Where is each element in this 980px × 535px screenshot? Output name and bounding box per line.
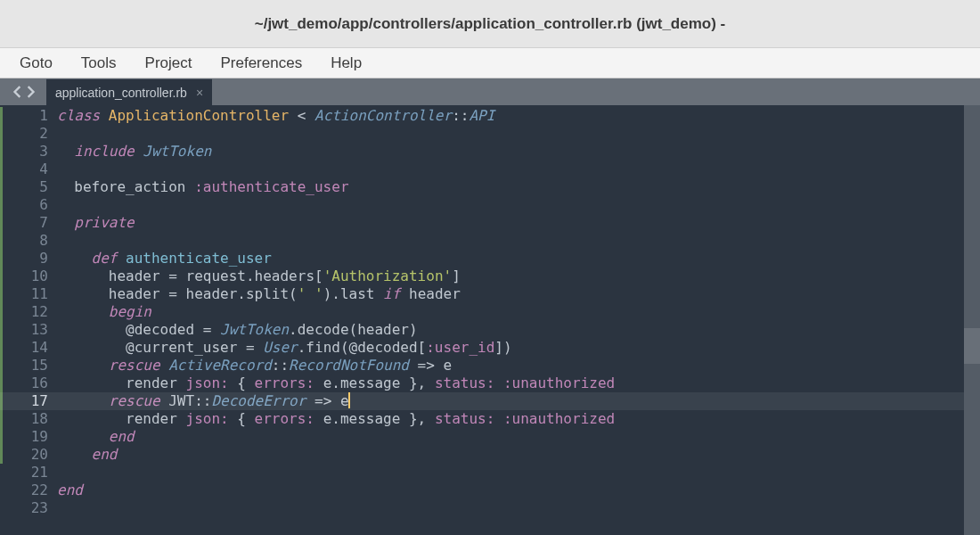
line-number: 11	[16, 285, 48, 303]
code-line[interactable]: header = header.split(' ').last if heade…	[57, 285, 964, 303]
code-line[interactable]: end	[57, 446, 964, 464]
fold-margin	[0, 105, 16, 535]
menu-preferences[interactable]: Preferences	[208, 51, 314, 76]
code-line[interactable]: render json: { errors: e.message }, stat…	[57, 410, 964, 428]
minimap-scrollbar[interactable]	[964, 105, 980, 535]
line-number: 7	[16, 214, 48, 232]
code-line[interactable]: end	[57, 482, 964, 499]
code-line[interactable]: header = request.headers['Authorization'…	[57, 268, 964, 285]
menu-project[interactable]: Project	[133, 51, 205, 76]
menu-goto[interactable]: Goto	[7, 51, 65, 76]
menu-help[interactable]: Help	[318, 51, 374, 76]
code-line[interactable]	[57, 499, 964, 517]
code-line[interactable]: render json: { errors: e.message }, stat…	[57, 374, 964, 392]
code-line[interactable]	[57, 232, 964, 250]
line-number: 3	[16, 143, 48, 160]
line-number: 23	[16, 499, 48, 517]
code-line[interactable]: end	[57, 428, 964, 446]
line-number: 9	[16, 250, 48, 268]
line-number: 4	[16, 160, 48, 178]
editor-frame: application_controller.rb × 123456789101…	[0, 78, 980, 535]
code-line[interactable]: before_action :authenticate_user	[57, 178, 964, 196]
code-line[interactable]: private	[57, 214, 964, 232]
code-line[interactable]: include JwtToken	[57, 143, 964, 160]
tab-nav	[5, 78, 43, 105]
line-number: 8	[16, 232, 48, 250]
line-number: 2	[16, 125, 48, 143]
code-line[interactable]: def authenticate_user	[57, 250, 964, 268]
tab-application-controller[interactable]: application_controller.rb ×	[46, 78, 212, 105]
code-line[interactable]: @decoded = JwtToken.decode(header)	[57, 321, 964, 339]
code-area[interactable]: 1234567891011121314151617181920212223 cl…	[0, 105, 980, 535]
line-number: 22	[16, 482, 48, 499]
tab-label: application_controller.rb	[55, 86, 187, 100]
window-title-bar: ~/jwt_demo/app/controllers/application_c…	[0, 0, 980, 48]
tab-prev-icon[interactable]	[12, 86, 23, 98]
line-number: 14	[16, 339, 48, 357]
line-number: 18	[16, 410, 48, 428]
line-number-gutter: 1234567891011121314151617181920212223	[16, 105, 57, 535]
line-number: 1	[16, 107, 48, 125]
code-line[interactable]: begin	[57, 303, 964, 321]
close-icon[interactable]: ×	[196, 86, 203, 100]
code-line[interactable]	[57, 160, 964, 178]
menu-bar: Goto Tools Project Preferences Help	[0, 48, 980, 78]
code-content[interactable]: class ApplicationController < ActionCont…	[57, 105, 964, 535]
line-number: 16	[16, 374, 48, 392]
line-number: 10	[16, 268, 48, 285]
code-line[interactable]: rescue JWT::DecodeError => e	[57, 392, 964, 410]
code-line[interactable]	[57, 464, 964, 482]
tab-strip: application_controller.rb ×	[0, 78, 980, 105]
line-number: 15	[16, 357, 48, 374]
minimap-slider[interactable]	[964, 328, 980, 364]
line-number: 21	[16, 464, 48, 482]
code-line[interactable]: rescue ActiveRecord::RecordNotFound => e	[57, 357, 964, 374]
code-line[interactable]	[57, 196, 964, 214]
code-line[interactable]	[57, 125, 964, 143]
window-title: ~/jwt_demo/app/controllers/application_c…	[255, 15, 726, 33]
menu-tools[interactable]: Tools	[69, 51, 129, 76]
line-number: 13	[16, 321, 48, 339]
text-cursor	[348, 392, 350, 408]
line-number: 19	[16, 428, 48, 446]
code-line[interactable]: @current_user = User.find(@decoded[:user…	[57, 339, 964, 357]
line-number: 20	[16, 446, 48, 464]
line-number: 17	[16, 392, 48, 410]
code-line[interactable]: class ApplicationController < ActionCont…	[57, 107, 964, 125]
line-number: 12	[16, 303, 48, 321]
tab-next-icon[interactable]	[25, 86, 36, 98]
line-number: 5	[16, 178, 48, 196]
line-number: 6	[16, 196, 48, 214]
